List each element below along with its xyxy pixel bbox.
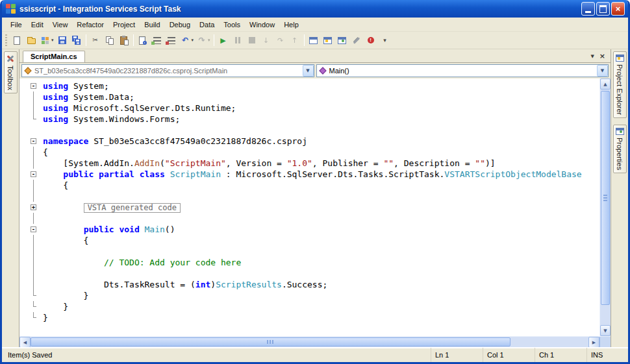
vertical-scroll-track[interactable] (600, 90, 611, 325)
uncomment-lines-button[interactable] (164, 33, 179, 47)
open-file-icon (26, 35, 37, 46)
fold-margin (29, 279, 39, 290)
error-list-button[interactable]: ! (364, 33, 378, 47)
fold-margin (29, 158, 39, 169)
code-editor[interactable]: -using System;using System.Data;using Mi… (19, 79, 599, 336)
toolbox-icon (6, 55, 15, 63)
scroll-right-arrow[interactable]: ▶ (588, 337, 599, 348)
code-line (29, 191, 599, 202)
toolbox-tab[interactable]: Toolbox (4, 51, 18, 93)
cut-button[interactable]: ✂ (88, 33, 103, 47)
class-icon (24, 67, 31, 74)
toolbar-separator (133, 34, 134, 46)
fold-toggle-icon[interactable]: + (29, 202, 39, 213)
minimize-button[interactable] (581, 2, 595, 16)
code-token: using (43, 81, 68, 91)
menu-window[interactable]: Window (245, 19, 279, 30)
horizontal-scroll-thumb[interactable] (31, 337, 510, 346)
menu-help[interactable]: Help (279, 19, 303, 30)
properties-window-button[interactable] (321, 33, 335, 47)
customize-button[interactable] (349, 33, 364, 47)
menu-tools[interactable]: Tools (219, 19, 245, 30)
code-token: } (43, 291, 88, 300)
code-text: using System; (43, 80, 109, 91)
fold-toggle-icon[interactable]: - (29, 169, 39, 180)
add-new-item-dropdown-arrow[interactable]: ▾ (51, 38, 54, 43)
project-explorer-tab[interactable]: Project Explorer (613, 51, 627, 118)
step-into-button: ↓ (259, 33, 273, 47)
maximize-button[interactable] (596, 2, 610, 16)
menu-edit[interactable]: Edit (27, 19, 48, 30)
properties-tab[interactable]: Properties (613, 125, 627, 173)
break-all-button (231, 33, 245, 47)
code-line: - public partial class ScriptMain : Micr… (29, 169, 599, 180)
types-combo-dropdown[interactable]: ▼ (303, 65, 314, 77)
fold-toggle-icon[interactable]: - (29, 224, 39, 235)
start-debugging-icon: ▶ (218, 35, 229, 46)
close-document-icon[interactable]: × (599, 54, 605, 59)
code-token: System.Data; (68, 92, 134, 102)
vertical-scroll-thumb[interactable] (601, 91, 610, 305)
add-new-item-button[interactable]: ▾ (38, 33, 55, 47)
menu-data[interactable]: Data (195, 19, 219, 30)
code-line (29, 213, 599, 224)
menu-view[interactable]: View (48, 19, 73, 30)
fold-toggle-icon[interactable]: - (29, 136, 39, 147)
fold-margin (29, 91, 39, 103)
code-line (29, 268, 599, 279)
code-token: using (43, 114, 68, 124)
open-file-button[interactable] (24, 33, 38, 47)
members-combobox[interactable]: Main() ▼ (316, 64, 609, 77)
save-button[interactable] (55, 33, 69, 47)
menu-refactor[interactable]: Refactor (72, 19, 108, 30)
types-combobox[interactable]: ST_b03e5ca3cc8f47549a0c2321887d826c.cspr… (21, 64, 314, 77)
paste-button[interactable] (117, 33, 131, 47)
horizontal-scrollbar[interactable]: ◀ ▶ (19, 336, 611, 347)
code-text: } (43, 301, 68, 312)
object-browser-button[interactable] (335, 33, 349, 47)
tab-scriptmain[interactable]: ScriptMain.cs (23, 51, 85, 62)
fold-margin (29, 312, 39, 323)
stop-debugging-icon (246, 35, 257, 46)
code-text: public void Main() (43, 224, 175, 235)
menu-file[interactable]: File (6, 19, 27, 30)
toolbar: ▾✂↶▾↷▾▶↓↷↑!▾ (2, 32, 628, 49)
editor-row: -using System;using System.Data;using Mi… (19, 79, 611, 336)
window-list-chevron-icon[interactable]: ▼ (590, 54, 594, 59)
method-icon (319, 67, 326, 74)
find-in-files-button[interactable] (136, 33, 150, 47)
scroll-left-arrow[interactable]: ◀ (19, 337, 31, 348)
copy-button[interactable] (103, 33, 117, 47)
menu-bar: FileEditViewRefactorProjectBuildDebugDat… (2, 18, 628, 32)
toolbox-label: Toolbox (6, 66, 14, 90)
solution-explorer-button[interactable] (307, 33, 321, 47)
scroll-up-arrow[interactable]: ▲ (600, 79, 611, 90)
left-dock-strip: Toolbox (2, 49, 19, 347)
code-token: .Success; (282, 280, 327, 289)
menu-build[interactable]: Build (140, 19, 164, 30)
code-token: { (43, 147, 48, 157)
fold-margin (29, 103, 39, 114)
members-combo-dropdown[interactable]: ▼ (597, 65, 608, 77)
start-debugging-button[interactable]: ▶ (216, 33, 231, 47)
menu-debug[interactable]: Debug (165, 19, 195, 30)
code-text: { (43, 180, 68, 191)
undo-dropdown-arrow[interactable]: ▾ (192, 38, 194, 43)
new-file-button[interactable] (10, 33, 24, 47)
collapsed-region-box[interactable]: VSTA generated code (84, 203, 181, 213)
scroll-down-arrow[interactable]: ▼ (600, 325, 611, 336)
horizontal-scroll-track[interactable] (31, 337, 588, 347)
toolbar-grip[interactable] (5, 34, 7, 46)
toolbar-options-button[interactable]: ▾ (378, 33, 392, 47)
close-button[interactable]: × (611, 2, 625, 16)
fold-toggle-icon[interactable]: - (29, 80, 39, 91)
save-all-button[interactable] (69, 33, 84, 47)
code-line: using System.Data; (29, 91, 599, 103)
vertical-scrollbar[interactable]: ▲ ▼ (599, 79, 611, 336)
step-out-button: ↑ (288, 33, 302, 47)
code-line: } (29, 290, 599, 301)
code-text: } (43, 290, 88, 301)
comment-lines-button[interactable] (150, 33, 164, 47)
menu-project[interactable]: Project (108, 19, 140, 30)
undo-button[interactable]: ↶▾ (179, 33, 195, 47)
